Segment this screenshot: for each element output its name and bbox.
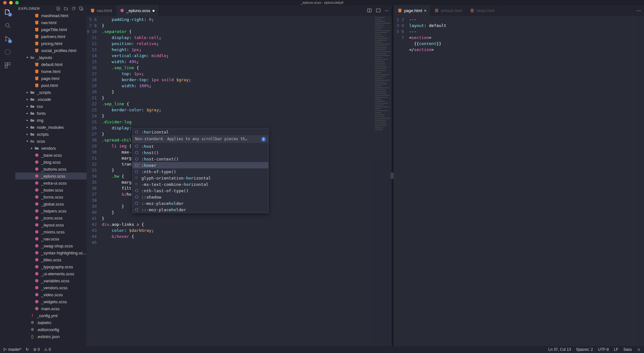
refresh-icon[interactable]	[71, 6, 76, 11]
status-spaces[interactable]: Spaces: 2	[576, 347, 593, 352]
tree-item[interactable]: {}.eslintrc.json	[15, 333, 87, 340]
code-left[interactable]: padding-right: 0;}.separator { display: …	[102, 16, 373, 346]
new-file-icon[interactable]	[56, 6, 61, 11]
tab[interactable]: head.html	[466, 5, 498, 16]
tree-item[interactable]: _swag-shop.scss	[15, 242, 87, 249]
tree-item[interactable]: _global.scss	[15, 200, 87, 207]
tree-item[interactable]: pageTitle.html	[15, 26, 87, 33]
status-warnings[interactable]: ⚠ 0	[44, 347, 51, 352]
tree-item[interactable]: _buttons.scss	[15, 166, 87, 173]
file-tree[interactable]: masthead.htmlnav.htmlpageTitle.htmlpartn…	[15, 12, 87, 346]
zoom-window-icon[interactable]	[15, 1, 19, 4]
suggest-item[interactable]: glyph-orientation-horizontal	[133, 175, 268, 181]
new-folder-icon[interactable]	[64, 6, 68, 11]
status-eol[interactable]: LF	[614, 347, 618, 352]
minimap-right[interactable]	[638, 16, 644, 346]
tree-item[interactable]: _titles.scss	[15, 256, 87, 263]
editor-body-left[interactable]: 5 6 7 8 9 10 11 12 13 14 15 16 17 18 19 …	[87, 16, 392, 346]
tree-item[interactable]: _layout.scss	[15, 221, 87, 228]
tree-item[interactable]: ▸img	[15, 117, 87, 124]
tree-item[interactable]: partners.html	[15, 33, 87, 40]
tree-item[interactable]: _forms.scss	[15, 193, 87, 200]
extensions-icon[interactable]	[4, 62, 11, 69]
tree-item[interactable]: ▸fonts	[15, 110, 87, 117]
tree-item[interactable]: ▸node_modules	[15, 124, 87, 131]
tree-item[interactable]: _widgets.scss	[15, 298, 87, 305]
status-encoding[interactable]: UTF-8	[598, 347, 609, 352]
tree-item[interactable]: _base.scss	[15, 152, 87, 159]
status-errors[interactable]: ⊘ 0	[33, 347, 40, 352]
tree-item[interactable]: ▸_scripts	[15, 89, 87, 96]
tree-item[interactable]: page.html	[15, 75, 87, 82]
tree-item[interactable]: _syntax-highlighting.sc...	[15, 249, 87, 256]
suggest-item[interactable]: ::-moz-placeholder	[133, 206, 268, 213]
status-sync[interactable]: ↻	[26, 347, 29, 352]
tree-item[interactable]: _typography.scss	[15, 263, 87, 270]
minimize-window-icon[interactable]	[9, 1, 13, 4]
source-control-icon[interactable]: 1	[4, 35, 11, 42]
debug-icon[interactable]	[4, 48, 11, 56]
status-language[interactable]: Sass	[623, 347, 632, 352]
tree-item[interactable]: !_config.yml	[15, 312, 87, 319]
tree-item[interactable]: masthead.html	[15, 12, 87, 19]
tree-item[interactable]: pricing.html	[15, 40, 87, 47]
more-icon[interactable]: ⋯	[637, 8, 641, 13]
tree-item[interactable]: _blog.scss	[15, 159, 87, 166]
tree-item[interactable]: ▸.vscode	[15, 96, 87, 103]
close-window-icon[interactable]	[3, 1, 7, 4]
tree-item[interactable]: _nav.scss	[15, 235, 87, 242]
search-icon[interactable]	[4, 22, 11, 29]
status-branch[interactable]: master*	[3, 347, 21, 352]
tree-item[interactable]: home.html	[15, 68, 87, 75]
tree-item[interactable]: social_profiles.html	[15, 47, 87, 54]
suggest-item[interactable]: :nth-of-type()	[133, 168, 268, 175]
tab[interactable]: default.html	[431, 5, 466, 16]
tree-item[interactable]: main.scss	[15, 305, 87, 312]
tree-item[interactable]: _icons.scss	[15, 214, 87, 221]
tree-item[interactable]: _epluno.scss	[15, 173, 87, 180]
tree-item[interactable]: ▾scss	[15, 138, 87, 145]
minimap-left[interactable]	[373, 16, 392, 346]
suggest-item[interactable]: :-moz-placeholder	[133, 200, 268, 206]
more-icon[interactable]: ⋯	[385, 8, 389, 13]
tab[interactable]: nav.html	[87, 5, 116, 16]
tree-item[interactable]: _mixins.scss	[15, 228, 87, 235]
tree-item[interactable]: _variables.scss	[15, 277, 87, 284]
explorer-icon[interactable]: 1	[4, 8, 11, 16]
suggest-item[interactable]: :nth-last-of-type()	[133, 187, 268, 194]
tree-item[interactable]: post.html	[15, 82, 87, 89]
tree-item[interactable]: ▸vendors	[15, 145, 87, 152]
tree-item[interactable]: ⚙.babelrc	[15, 319, 87, 326]
tree-item[interactable]: _vendors.scss	[15, 284, 87, 291]
split-editor-icon[interactable]	[367, 8, 372, 13]
suggest-item[interactable]: :host()	[133, 149, 268, 156]
tree-item[interactable]: _helpers.scss	[15, 207, 87, 214]
suggest-widget[interactable]: :horizontalNon-standard. Applies to any …	[132, 128, 269, 213]
suggest-item[interactable]: :horizontal	[133, 129, 268, 135]
tab[interactable]: _epluno.scss●	[116, 5, 159, 16]
suggest-item[interactable]: ::shadow	[133, 194, 268, 200]
tree-item[interactable]: default.html	[15, 61, 87, 68]
tree-item[interactable]: ▾_layouts	[15, 54, 87, 61]
suggest-item[interactable]: :hover	[133, 162, 268, 168]
suggest-item[interactable]: -ms-text-combine-horizontal	[133, 181, 268, 187]
suggest-item[interactable]: :host	[133, 143, 268, 149]
tree-item[interactable]: ⚙.editorconfig	[15, 326, 87, 333]
collapse-all-icon[interactable]	[79, 6, 83, 11]
code-right[interactable]: ---layout: default---<section> {{content…	[409, 16, 638, 346]
tab[interactable]: page.html×	[394, 5, 431, 16]
status-cursor[interactable]: Ln 37, Col 13	[548, 347, 571, 352]
layout-icon[interactable]	[376, 8, 381, 13]
tree-item[interactable]: nav.html	[15, 19, 87, 26]
tree-item[interactable]: _video.scss	[15, 291, 87, 298]
tree-item[interactable]: _extra-ui.scss	[15, 180, 87, 186]
info-icon[interactable]: i	[261, 137, 266, 141]
editor-body-right[interactable]: 1 2 3 4 5 6 7 ---layout: default---<sect…	[394, 16, 644, 346]
close-icon[interactable]: ×	[424, 8, 426, 13]
tree-item[interactable]: ▸css	[15, 103, 87, 110]
tree-item[interactable]: _ui-elements.scss	[15, 270, 87, 277]
tree-item[interactable]: _footer.scss	[15, 186, 87, 193]
suggest-item[interactable]: :host-context()	[133, 156, 268, 162]
tree-item[interactable]: ▸scripts	[15, 131, 87, 138]
status-feedback[interactable]: ☺	[637, 347, 641, 352]
